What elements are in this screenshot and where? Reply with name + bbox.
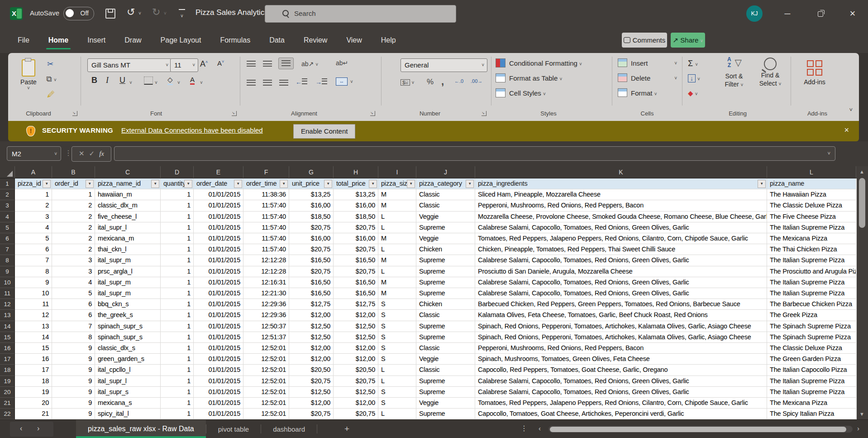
- cell-D2[interactable]: 1: [161, 189, 194, 200]
- cell-B18[interactable]: 9: [52, 365, 95, 375]
- cell-G15[interactable]: $12,50: [289, 332, 334, 343]
- vertical-scroll-thumb[interactable]: [859, 178, 865, 228]
- menu-tab-review[interactable]: Review: [294, 27, 337, 53]
- conditional-formatting-button[interactable]: Conditional Formatting ˅: [496, 57, 611, 70]
- cell-A15[interactable]: 14: [15, 332, 52, 343]
- cell-F16[interactable]: 12:52:01: [243, 343, 289, 354]
- cell-G18[interactable]: $20,50: [289, 365, 334, 375]
- cell-I3[interactable]: M: [378, 200, 416, 211]
- align-middle-icon[interactable]: [263, 60, 272, 68]
- cell-B19[interactable]: 9: [52, 376, 95, 387]
- cell-F2[interactable]: 11:38:36: [243, 189, 289, 200]
- menu-tab-page-layout[interactable]: Page Layout: [151, 27, 211, 53]
- cell-K2[interactable]: Sliced Ham, Pineapple, Mozzarella Cheese: [475, 189, 767, 200]
- cell-B17[interactable]: 9: [52, 354, 95, 365]
- row-header-15[interactable]: 15: [0, 332, 14, 343]
- cell-styles-button[interactable]: Cell Styles ˅: [496, 87, 611, 100]
- menu-tab-file[interactable]: File: [8, 27, 39, 53]
- cell-K18[interactable]: Capocollo, Red Peppers, Tomatoes, Goat C…: [475, 365, 767, 375]
- enter-icon[interactable]: ✓: [89, 149, 95, 157]
- cell-K22[interactable]: Capocollo, Tomatoes, Goat Cheese, Artich…: [475, 409, 767, 419]
- cell-D19[interactable]: 1: [161, 376, 194, 387]
- row-header-1[interactable]: 1: [0, 178, 14, 189]
- cell-A19[interactable]: 18: [15, 376, 52, 387]
- delete-cells-button[interactable]: Delete ˅: [618, 72, 683, 85]
- cell-H22[interactable]: $20,75: [334, 409, 378, 419]
- cell-H2[interactable]: $13,25: [334, 189, 378, 200]
- vertical-scrollbar[interactable]: ▲ ▼: [857, 166, 868, 419]
- cell-B16[interactable]: 9: [52, 343, 95, 354]
- cell-E16[interactable]: 01/01/2015: [194, 343, 243, 354]
- cell-H7[interactable]: $20,75: [334, 244, 378, 255]
- row-header-16[interactable]: 16: [0, 343, 14, 354]
- menu-tab-formulas[interactable]: Formulas: [210, 27, 260, 53]
- cell-I7[interactable]: L: [378, 244, 416, 255]
- cell-J5[interactable]: Supreme: [416, 222, 475, 233]
- cell-H4[interactable]: $18,50: [334, 212, 378, 222]
- decrease-indent-icon[interactable]: ←: [296, 78, 307, 86]
- cell-K5[interactable]: Calabrese Salami, Capocollo, Tomatoes, R…: [475, 222, 767, 233]
- autosave-toggle[interactable]: Off: [63, 7, 94, 20]
- cell-L21[interactable]: The Mexicana Pizza: [767, 398, 856, 409]
- cell-G21[interactable]: $12,00: [289, 398, 334, 409]
- filter-button-quantity[interactable]: ▼: [184, 180, 192, 188]
- cell-C18[interactable]: ital_cpcllo_l: [95, 365, 161, 375]
- cell-J10[interactable]: Supreme: [416, 277, 475, 288]
- cell-D20[interactable]: 1: [161, 387, 194, 398]
- cell-J2[interactable]: Classic: [416, 189, 475, 200]
- cell-L6[interactable]: The Mexicana Pizza: [767, 233, 856, 244]
- cell-E17[interactable]: 01/01/2015: [194, 354, 243, 365]
- cell-L17[interactable]: The Green Garden Pizza: [767, 354, 856, 365]
- cell-A5[interactable]: 4: [15, 222, 52, 233]
- cell-I21[interactable]: S: [378, 398, 416, 409]
- horizontal-scroll-thumb[interactable]: [550, 427, 846, 432]
- cell-J13[interactable]: Classic: [416, 310, 475, 321]
- cell-A4[interactable]: 3: [15, 212, 52, 222]
- filter-button-order_date[interactable]: ▼: [234, 180, 242, 188]
- column-header-F[interactable]: F: [243, 166, 289, 178]
- cell-I11[interactable]: M: [378, 288, 416, 299]
- accounting-format-icon[interactable]: $⌸ ˅: [401, 78, 414, 86]
- insert-function-icon[interactable]: fx: [99, 150, 104, 157]
- increase-indent-icon[interactable]: →: [315, 78, 327, 86]
- cell-A9[interactable]: 8: [15, 266, 52, 277]
- orientation-icon[interactable]: ab↗ ˅: [301, 60, 318, 67]
- merge-chevron-icon[interactable]: ˅: [350, 79, 353, 84]
- cell-G13[interactable]: $12,00: [289, 310, 334, 321]
- row-header-5[interactable]: 5: [0, 222, 14, 233]
- filter-button-pizza_category[interactable]: ▼: [466, 180, 474, 188]
- cell-C3[interactable]: classic_dlx_m: [95, 200, 161, 211]
- cell-K20[interactable]: Calabrese Salami, Capocollo, Tomatoes, R…: [475, 387, 767, 398]
- header-cell-pizza_id[interactable]: pizza_id▼: [15, 178, 52, 189]
- cell-D18[interactable]: 1: [161, 365, 194, 375]
- row-header-13[interactable]: 13: [0, 310, 14, 321]
- cell-H14[interactable]: $12,50: [334, 321, 378, 332]
- cell-C20[interactable]: ital_supr_s: [95, 387, 161, 398]
- hscroll-left-icon[interactable]: ‹: [539, 424, 541, 432]
- cell-K7[interactable]: Chicken, Pineapple, Tomatoes, Red Pepper…: [475, 244, 767, 255]
- filter-button-pizza_id[interactable]: ▼: [43, 180, 51, 188]
- cell-E8[interactable]: 01/01/2015: [194, 255, 243, 266]
- cell-J21[interactable]: Veggie: [416, 398, 475, 409]
- cell-L18[interactable]: The Italian Capocollo Pizza: [767, 365, 856, 375]
- horizontal-scrollbar[interactable]: [548, 426, 853, 433]
- fill-chevron-icon[interactable]: ˅: [177, 80, 180, 85]
- cell-I6[interactable]: M: [378, 233, 416, 244]
- cell-H20[interactable]: $12,50: [334, 387, 378, 398]
- document-title[interactable]: Pizza Sales Analytics ∨: [196, 8, 274, 17]
- cell-C11[interactable]: ital_supr_m: [95, 288, 161, 299]
- cell-H15[interactable]: $12,50: [334, 332, 378, 343]
- row-header-4[interactable]: 4: [0, 212, 14, 222]
- font-color-icon[interactable]: A: [190, 76, 195, 85]
- comma-style-icon[interactable]: ,: [441, 76, 444, 87]
- security-bar-close-icon[interactable]: ×: [844, 125, 849, 135]
- cell-F4[interactable]: 11:57:40: [243, 212, 289, 222]
- cell-I4[interactable]: L: [378, 212, 416, 222]
- cell-A14[interactable]: 13: [15, 321, 52, 332]
- prev-sheet-icon[interactable]: ‹: [20, 424, 22, 433]
- cell-F11[interactable]: 12:21:30: [243, 288, 289, 299]
- cell-A16[interactable]: 15: [15, 343, 52, 354]
- cell-J7[interactable]: Chicken: [416, 244, 475, 255]
- cell-K13[interactable]: Kalamata Olives, Feta Cheese, Tomatoes, …: [475, 310, 767, 321]
- cell-E7[interactable]: 01/01/2015: [194, 244, 243, 255]
